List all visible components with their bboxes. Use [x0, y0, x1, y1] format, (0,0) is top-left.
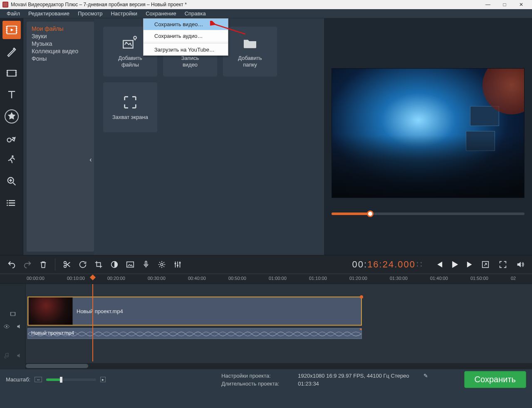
- clip-thumbnail: [29, 297, 73, 325]
- library-backgrounds[interactable]: Фоны: [32, 55, 89, 62]
- preview-viewport[interactable]: [332, 68, 525, 198]
- trash-icon: [39, 260, 48, 269]
- svg-point-3: [7, 138, 11, 142]
- play-button[interactable]: [449, 259, 460, 270]
- timeline-ruler[interactable]: 00:00:0000:10:0000:20:0000:30:0000:40:00…: [0, 274, 532, 284]
- scrollbar-thumb[interactable]: [26, 364, 88, 368]
- video-track-header[interactable]: [0, 311, 25, 317]
- zoom-preview-button[interactable]: ▸: [100, 377, 106, 382]
- ruler-tick: 00:50:00: [228, 276, 246, 281]
- audio-clip[interactable]: Новый проект.mp4: [27, 328, 362, 339]
- mic-button[interactable]: [139, 258, 153, 271]
- equalizer-button[interactable]: [171, 258, 184, 271]
- sidebar-filters-button[interactable]: [2, 42, 21, 61]
- delete-button[interactable]: [37, 258, 50, 271]
- clip-settings-button[interactable]: [155, 258, 168, 271]
- close-button[interactable]: ✕: [513, 0, 530, 9]
- undo-button[interactable]: [5, 258, 18, 271]
- zoom-label: Масштаб:: [6, 376, 30, 383]
- collapse-library-button[interactable]: ‹: [87, 147, 94, 172]
- menu-settings[interactable]: Настройки: [106, 10, 141, 17]
- zoom-slider[interactable]: [46, 378, 96, 381]
- add-folder-tile[interactable]: Добавить папку: [223, 27, 277, 77]
- zoom-fit-button[interactable]: ↔: [35, 377, 42, 382]
- ruler-tick: 00:30:00: [148, 276, 166, 281]
- sidebar-animation-button[interactable]: [2, 151, 21, 169]
- rotate-button[interactable]: [76, 258, 89, 271]
- project-duration-value: 01:23:34: [298, 381, 319, 387]
- edit-settings-button[interactable]: ✎: [423, 373, 428, 379]
- sidebar-zoom-button[interactable]: [2, 172, 21, 190]
- library-my-files[interactable]: Мои файлы: [32, 25, 89, 32]
- music-track-header[interactable]: [0, 352, 25, 359]
- project-settings-label: Настройки проекта:: [221, 373, 288, 379]
- redo-button[interactable]: [21, 258, 34, 271]
- sidebar-transitions-button[interactable]: [2, 64, 21, 82]
- svg-point-10: [125, 42, 126, 43]
- sidebar-shapes-button[interactable]: [2, 129, 21, 147]
- menu-file[interactable]: Файл: [2, 10, 24, 17]
- gear-icon: [157, 260, 166, 269]
- svg-point-6: [6, 200, 7, 201]
- sidebar-import-button[interactable]: [2, 21, 21, 39]
- next-button[interactable]: [465, 259, 476, 270]
- ruler-tick: 00:00:00: [27, 276, 45, 281]
- cut-button[interactable]: [60, 258, 74, 271]
- menu-help[interactable]: Справка: [181, 10, 210, 17]
- library-sounds[interactable]: Звуки: [32, 32, 89, 40]
- sidebar-stickers-button[interactable]: [2, 107, 21, 126]
- playhead-line[interactable]: [92, 284, 93, 361]
- save-button[interactable]: Сохранить: [464, 371, 526, 388]
- sidebar-titles-button[interactable]: [2, 86, 21, 104]
- picture-button[interactable]: [124, 258, 137, 271]
- menu-view[interactable]: Просмотр: [74, 10, 106, 17]
- svg-rect-21: [179, 262, 181, 264]
- ruler-tick: 02: [511, 276, 516, 281]
- menu-edit[interactable]: Редактирование: [24, 10, 74, 17]
- add-files-label: Добавить файлы: [118, 55, 142, 69]
- svg-rect-23: [10, 312, 15, 316]
- preview-panel: [324, 18, 532, 255]
- fullscreen-button[interactable]: [496, 258, 510, 271]
- preview-progress-slider[interactable]: [332, 213, 525, 215]
- screen-capture-tile[interactable]: Захват экрана: [103, 82, 157, 132]
- svg-rect-16: [127, 262, 134, 267]
- window-title: Movavi Видеоредактор Плюс – 7-дневная пр…: [11, 2, 187, 7]
- menu-item-upload-youtube[interactable]: Загрузить на YouTube…: [144, 44, 228, 55]
- menu-save[interactable]: Сохранение: [141, 10, 181, 17]
- svg-rect-17: [145, 261, 147, 265]
- redo-icon: [23, 260, 32, 269]
- library-panel: Мои файлы Звуки Музыка Коллекция видео Ф…: [23, 18, 94, 255]
- note-icon: [3, 352, 10, 359]
- waveform-icon: [28, 329, 361, 339]
- timeline-scrollbar[interactable]: [26, 363, 532, 369]
- audio-clip-name: Новый проект.mp4: [31, 330, 74, 336]
- color-button[interactable]: [108, 258, 121, 271]
- crop-button[interactable]: [92, 258, 105, 271]
- skip-forward-icon: [465, 259, 476, 270]
- volume-button[interactable]: [514, 258, 527, 271]
- menu-item-save-video[interactable]: Сохранить видео…: [144, 19, 228, 30]
- maximize-button[interactable]: □: [496, 0, 513, 9]
- library-video-collection[interactable]: Коллекция видео: [32, 47, 89, 55]
- app-logo-icon: [2, 2, 8, 7]
- zoom-knob[interactable]: [60, 377, 62, 383]
- ruler-tick: 01:40:00: [430, 276, 448, 281]
- prev-button[interactable]: [433, 259, 445, 270]
- menu-item-save-audio[interactable]: Сохранить аудио…: [144, 30, 228, 42]
- preview-progress-knob[interactable]: [367, 210, 374, 217]
- video-clip-name: Новый проект.mp4: [77, 308, 123, 314]
- library-music[interactable]: Музыка: [32, 40, 89, 47]
- film-strip-icon: [6, 67, 17, 79]
- playhead-marker-icon[interactable]: [90, 274, 96, 280]
- video-track-visibility[interactable]: [0, 323, 25, 330]
- detach-preview-button[interactable]: [479, 258, 492, 271]
- minimize-button[interactable]: —: [480, 0, 496, 9]
- clip-end-handle[interactable]: [360, 295, 363, 299]
- text-icon: [6, 89, 17, 101]
- clip-end-handle[interactable]: [360, 328, 362, 330]
- video-clip[interactable]: Новый проект.mp4: [27, 297, 362, 326]
- sidebar-more-button[interactable]: [2, 194, 21, 212]
- ruler-tick: 01:10:00: [309, 276, 327, 281]
- svg-point-8: [6, 205, 7, 206]
